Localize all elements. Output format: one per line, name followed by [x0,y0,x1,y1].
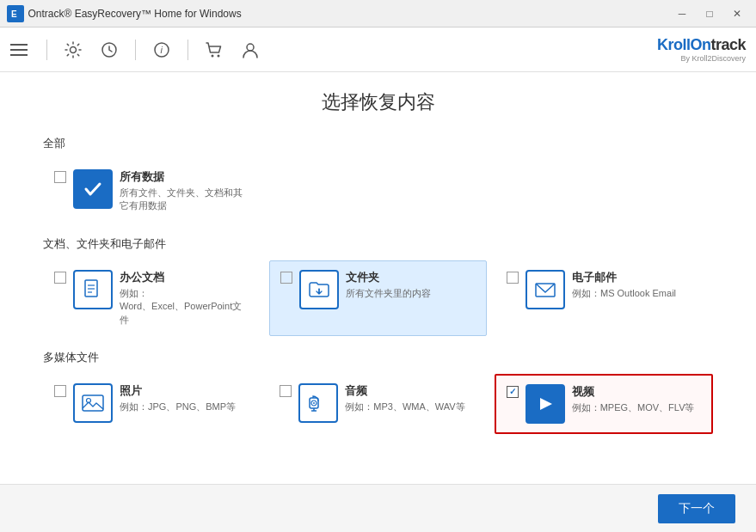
checkbox-folder[interactable] [280,272,292,284]
card-photo-desc: 例如：JPG、PNG、BMP等 [120,401,249,413]
section-docs-label: 文档、文件夹和电子邮件 [43,236,713,252]
page-title: 选择恢复内容 [43,89,713,115]
maximize-button[interactable]: □ [698,5,722,22]
icon-video [526,384,565,424]
checkbox-email[interactable] [507,272,519,284]
window-controls: ─ □ ✕ [670,5,749,22]
checkbox-audio[interactable] [280,385,292,397]
svg-point-2 [71,46,77,52]
card-photo[interactable]: 照片 例如：JPG、PNG、BMP等 [43,374,260,434]
card-office[interactable]: 办公文档 例如：Word、Excel、PowerPoint文件 [43,260,261,336]
divider-1 [46,40,47,60]
card-folder-text: 文件夹 所有文件夹里的内容 [346,270,476,300]
checkbox-all-data[interactable] [54,171,66,183]
icon-office [73,270,113,309]
icon-all-data [73,169,113,209]
card-email-desc: 例如：MS Outlook Email [572,287,702,300]
cart-button[interactable] [200,36,228,64]
icon-folder [299,270,339,309]
brand-area: KrollOntrack By Kroll2Discovery [657,36,746,63]
card-office-text: 办公文档 例如：Word、Excel、PowerPoint文件 [120,270,249,327]
card-email-title: 电子邮件 [572,270,702,285]
svg-point-6 [212,54,214,57]
svg-text:E: E [11,9,17,19]
card-email-text: 电子邮件 例如：MS Outlook Email [572,270,702,300]
brand-sub: By Kroll2Discovery [657,54,746,63]
svg-text:i: i [161,45,163,55]
divider-3 [187,40,188,60]
section-docs: 文档、文件夹和电子邮件 办公文档 例如：Word、Excel、PowerPoin… [43,236,713,336]
main-content: 选择恢复内容 全部 所有数据 所有文件、文件夹、文档和其它有用数据 文档、文件夹… [0,72,756,484]
toolbar-left: i [10,36,264,64]
card-audio-text: 音频 例如：MP3、WMA、WAV等 [345,383,474,413]
section-all-label: 全部 [43,136,713,151]
card-office-title: 办公文档 [120,270,249,285]
section-docs-row: 办公文档 例如：Word、Excel、PowerPoint文件 文件夹 所有文件… [43,260,713,336]
section-media: 多媒体文件 照片 例如：JPG、PNG、BMP等 [43,350,713,434]
app-icon: E [7,5,24,22]
card-email[interactable]: 电子邮件 例如：MS Outlook Email [495,260,713,336]
card-audio-title: 音频 [345,383,474,399]
icon-email [526,270,565,309]
icon-photo [73,383,113,423]
card-video-title: 视频 [572,384,701,400]
card-photo-title: 照片 [120,383,249,399]
brand-logo: KrollOntrack [657,36,746,53]
toolbar: i KrollOntrack By Kroll2Discovery [0,28,756,72]
close-button[interactable]: ✕ [725,5,749,22]
history-button[interactable] [95,36,123,64]
checkbox-photo[interactable] [54,385,66,397]
window-title: Ontrack® EasyRecovery™ Home for Windows [28,8,241,20]
card-audio-desc: 例如：MP3、WMA、WAV等 [345,401,474,413]
card-photo-text: 照片 例如：JPG、PNG、BMP等 [120,383,249,413]
svg-rect-15 [83,395,103,411]
checkbox-office[interactable] [54,272,66,284]
section-media-row: 照片 例如：JPG、PNG、BMP等 [43,374,713,434]
svg-point-19 [313,402,315,404]
divider-2 [135,40,136,60]
svg-point-8 [247,44,254,51]
menu-button[interactable] [10,38,34,62]
card-video-desc: 例如：MPEG、MOV、FLV等 [572,401,701,414]
settings-button[interactable] [59,36,87,64]
info-button[interactable]: i [148,36,175,64]
card-video-text: 视频 例如：MPEG、MOV、FLV等 [572,384,701,414]
section-all-row: 所有数据 所有文件、文件夹、文档和其它有用数据 [43,160,713,223]
svg-point-7 [218,54,220,57]
card-audio[interactable]: 音频 例如：MP3、WMA、WAV等 [268,374,485,434]
next-button[interactable]: 下一个 [658,494,735,523]
checkbox-video[interactable] [507,386,519,398]
card-folder-desc: 所有文件夹里的内容 [346,287,476,300]
card-all-data[interactable]: 所有数据 所有文件、文件夹、文档和其它有用数据 [43,160,284,223]
minimize-button[interactable]: ─ [670,5,694,22]
title-bar: E Ontrack® EasyRecovery™ Home for Window… [0,0,756,28]
section-media-label: 多媒体文件 [43,350,713,365]
card-folder[interactable]: 文件夹 所有文件夹里的内容 [269,260,487,336]
user-button[interactable] [237,36,264,64]
card-folder-title: 文件夹 [346,270,476,285]
section-all: 全部 所有数据 所有文件、文件夹、文档和其它有用数据 [43,136,713,223]
icon-audio [298,383,338,423]
card-all-data-title: 所有数据 [120,169,273,185]
card-all-data-desc: 所有文件、文件夹、文档和其它有用数据 [120,187,273,213]
title-bar-left: E Ontrack® EasyRecovery™ Home for Window… [7,5,242,22]
card-office-desc: 例如：Word、Excel、PowerPoint文件 [120,287,249,327]
svg-marker-22 [540,398,552,410]
card-video[interactable]: 视频 例如：MPEG、MOV、FLV等 [495,374,713,434]
bottom-bar: 下一个 [0,484,756,532]
card-all-data-text: 所有数据 所有文件、文件夹、文档和其它有用数据 [120,169,273,213]
